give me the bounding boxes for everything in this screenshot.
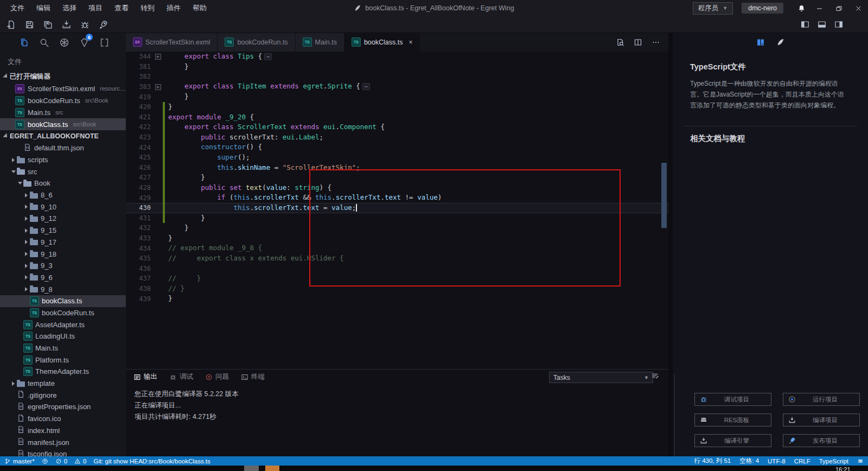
code-line[interactable]: 423 public scrollerTxt: eui.Label; bbox=[126, 132, 668, 143]
status-item-CRLF[interactable]: CRLF bbox=[794, 458, 810, 464]
code-line[interactable]: 428 public set text(value: string) { bbox=[126, 183, 668, 193]
menu-item-选择[interactable]: 选择 bbox=[56, 0, 82, 16]
quick-button-发布项目[interactable]: 发布项目 bbox=[783, 434, 860, 447]
editor-scrollbar[interactable] bbox=[661, 163, 667, 228]
save-button[interactable] bbox=[25, 20, 34, 29]
code-line[interactable]: 439} bbox=[126, 294, 668, 304]
menu-item-编辑[interactable]: 编辑 bbox=[30, 0, 56, 16]
tab-ScrollerTextSkin.exml[interactable]: EXScrollerTextSkin.exml bbox=[126, 33, 218, 52]
tree-item[interactable]: TSLoadingUI.ts bbox=[0, 330, 126, 342]
tree-item[interactable]: manifest.json bbox=[0, 436, 126, 448]
quick-button-运行项目[interactable]: 运行项目 bbox=[783, 393, 860, 406]
tree-item[interactable]: TSAssetAdapter.ts bbox=[0, 319, 126, 330]
open-editors-header[interactable]: 已打开编辑器 bbox=[0, 71, 126, 82]
tree-item[interactable]: 9_15 bbox=[0, 225, 126, 237]
menu-item-查看[interactable]: 查看 bbox=[108, 0, 135, 16]
panel-tab-终端[interactable]: 终端 bbox=[241, 372, 265, 381]
status-item-0[interactable]: 0 bbox=[74, 458, 86, 464]
tree-item[interactable]: 9_10 bbox=[0, 201, 126, 213]
tree-item[interactable]: 9_17 bbox=[0, 237, 126, 249]
tree-item[interactable]: index.html bbox=[0, 425, 126, 437]
publish-rocket-button[interactable] bbox=[99, 20, 108, 29]
code-line[interactable]: 431 } bbox=[126, 213, 668, 224]
tree-item[interactable]: TSbookClass.ts bbox=[0, 295, 126, 307]
quick-button-RES面板[interactable]: RES面板 bbox=[694, 413, 771, 427]
code-line[interactable]: 381 } bbox=[126, 62, 668, 72]
code-line[interactable]: 420} bbox=[126, 102, 668, 112]
code-line[interactable]: 435// export class x extends eui.HSlider… bbox=[126, 253, 668, 264]
tree-item[interactable]: tsconfig.json bbox=[0, 448, 126, 456]
filter-button[interactable] bbox=[651, 372, 659, 380]
status-item-空格:[interactable]: 空格: 4 bbox=[739, 457, 759, 465]
notifications-button[interactable] bbox=[793, 4, 809, 12]
code-line[interactable]: 427 } bbox=[126, 173, 668, 183]
account-button[interactable]: dmc-nero bbox=[742, 3, 783, 14]
code-line[interactable]: 422 export class ScrollerText extends eu… bbox=[126, 122, 668, 132]
close-icon[interactable]: × bbox=[409, 39, 412, 46]
role-dropdown[interactable]: 程序员 ▼ bbox=[693, 2, 733, 15]
tree-item[interactable]: 9_3 bbox=[0, 260, 126, 272]
status-item-TypeScript[interactable]: TypeScript bbox=[819, 458, 848, 464]
tree-item[interactable]: scripts bbox=[0, 154, 126, 166]
code-line[interactable]: 383+ export class TipItem extends egret.… bbox=[126, 82, 668, 92]
open-preview-button[interactable] bbox=[616, 38, 624, 47]
code-line[interactable]: 429 if (this.scrollerTxt && this.scrolle… bbox=[126, 193, 668, 203]
wing-button[interactable] bbox=[775, 37, 785, 47]
save-all-button[interactable] bbox=[43, 20, 53, 29]
layout-sidebar-right-button[interactable] bbox=[834, 20, 843, 29]
tree-item[interactable]: favicon.ico bbox=[0, 413, 126, 425]
tree-item[interactable]: .gitignore bbox=[0, 389, 126, 401]
menu-item-项目[interactable]: 项目 bbox=[82, 0, 108, 16]
fold-marker-icon[interactable]: + bbox=[153, 54, 163, 60]
tree-item[interactable]: src bbox=[0, 166, 126, 177]
code-line[interactable]: 382 bbox=[126, 72, 668, 82]
taskbar-item[interactable] bbox=[265, 466, 279, 471]
tree-item[interactable]: 9_18 bbox=[0, 248, 126, 260]
build-button[interactable] bbox=[62, 20, 71, 29]
panel-tab-输出[interactable]: 输出 bbox=[133, 372, 157, 381]
fold-marker-icon[interactable]: + bbox=[153, 84, 163, 90]
tasks-dropdown[interactable]: Tasks ▼ bbox=[549, 372, 653, 383]
quick-button-调试项目[interactable]: 调试项目 bbox=[694, 393, 771, 406]
code-line[interactable]: 434// export module _9_8 { bbox=[126, 243, 668, 253]
layout-sidebar-left-button[interactable] bbox=[801, 20, 809, 29]
tree-item[interactable]: 9_8 bbox=[0, 283, 126, 295]
panel-tab-调试[interactable]: 调试 bbox=[169, 372, 193, 381]
status-item-master*[interactable]: master* bbox=[4, 458, 35, 464]
activity-files[interactable] bbox=[14, 33, 34, 52]
tree-item[interactable]: TSbookCodeRun.ts bbox=[0, 307, 126, 319]
panel-tab-问题[interactable]: 问题 bbox=[205, 372, 229, 381]
activity-search[interactable] bbox=[34, 33, 54, 52]
activity-egret-wheel[interactable] bbox=[54, 33, 74, 52]
book-button[interactable] bbox=[756, 37, 765, 47]
open-editor-item[interactable]: TSbookClass.tssrc\Book bbox=[0, 118, 126, 130]
tree-item[interactable]: default.thm.json bbox=[0, 142, 126, 154]
status-item[interactable] bbox=[857, 458, 864, 464]
tree-item[interactable]: TSMain.ts bbox=[0, 342, 126, 354]
open-editor-item[interactable]: TSMain.tssrc bbox=[0, 106, 126, 118]
tree-item[interactable]: template bbox=[0, 378, 126, 390]
restore-button[interactable] bbox=[829, 0, 848, 16]
status-item-0[interactable]: 0 bbox=[55, 458, 67, 464]
menu-item-帮助[interactable]: 帮助 bbox=[187, 0, 213, 16]
code-line[interactable]: 436 bbox=[126, 263, 668, 273]
quick-button-编译引擎[interactable]: 编译引擎 bbox=[694, 434, 771, 447]
code-line[interactable]: 438// } bbox=[126, 284, 668, 294]
menu-item-转到[interactable]: 转到 bbox=[135, 0, 161, 16]
code-editor[interactable]: 344+ export class Tips {⋯381 }382383+ ex… bbox=[126, 52, 668, 369]
code-line[interactable]: 424 constructor() { bbox=[126, 142, 668, 152]
open-editor-item[interactable]: EXScrollerTextSkin.exmlresource... bbox=[0, 82, 126, 94]
code-line[interactable]: 437// } bbox=[126, 273, 668, 284]
status-item-行[interactable]: 行 430, 列 51 bbox=[694, 457, 731, 465]
tab-bookClass.ts[interactable]: TSbookClass.ts× bbox=[344, 33, 420, 52]
code-line[interactable]: 421export module _9_20 { bbox=[126, 112, 668, 123]
activity-egret-launcher[interactable]: 6 bbox=[74, 33, 94, 52]
tree-item[interactable]: egretProperties.json bbox=[0, 401, 126, 413]
minimize-button[interactable] bbox=[809, 0, 829, 16]
taskbar-item[interactable] bbox=[244, 466, 259, 471]
split-editor-button[interactable] bbox=[634, 38, 642, 47]
menu-item-插件[interactable]: 插件 bbox=[161, 0, 187, 16]
panel-divider[interactable] bbox=[668, 33, 673, 456]
new-project-button[interactable] bbox=[7, 20, 16, 29]
code-line[interactable]: 430 this.scrollerTxt.text = value; bbox=[126, 203, 668, 213]
